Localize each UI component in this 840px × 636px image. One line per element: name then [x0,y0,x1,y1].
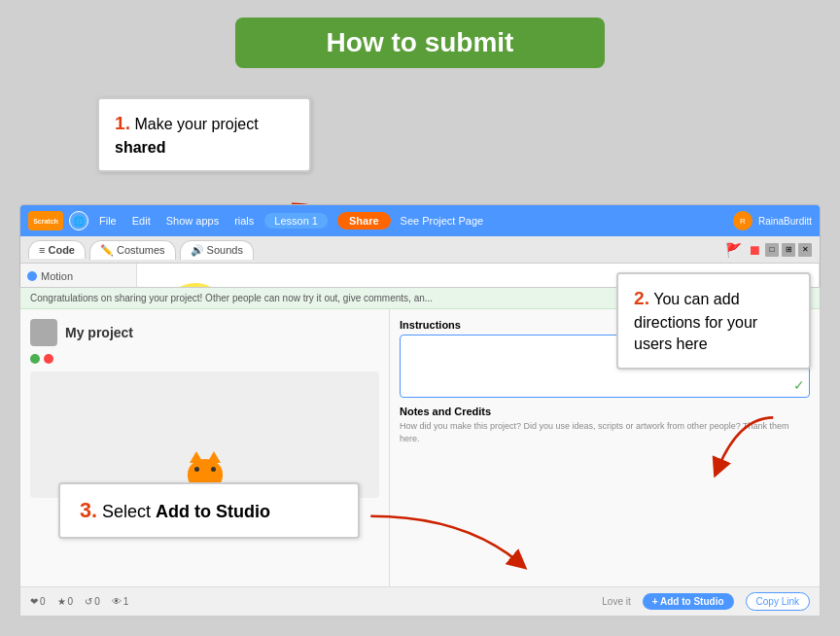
stat-stars: ★ 0 [57,596,74,607]
notes-text: How did you make this project? Did you u… [400,420,810,444]
stop-icon[interactable]: ⏹ [748,242,761,258]
username-label: RainaBurditt [758,216,812,227]
expand-icon-1[interactable]: □ [765,243,779,257]
stat-hearts: ❤ 0 [30,596,46,607]
congrats-text: Congratulations on sharing your project!… [30,293,433,303]
motion-category[interactable]: Motion [24,267,132,285]
dot-green [30,354,40,364]
check-icon: ✓ [793,377,805,393]
page-title: How to submit [284,27,556,58]
editor-tabs: ≡ Code ✏️ Costumes 🔊 Sounds 🚩 ⏹ □ ⊞ ✕ [20,236,820,264]
motion-label-text: Motion [41,270,73,282]
expand-icon-3[interactable]: ✕ [798,243,812,257]
add-to-studio-button[interactable]: + Add to Studio [643,593,734,610]
scratch-logo: Scratch [28,211,63,230]
project-avatar [30,319,57,346]
expand-icons: □ ⊞ ✕ [765,243,812,257]
motion-dot [27,271,37,281]
nav-edit[interactable]: Edit [127,213,156,229]
lesson-label: Lesson 1 [274,215,318,227]
step3-callout: 3. Select Add to Studio [58,482,360,539]
nav-file[interactable]: File [94,213,122,229]
tab-code[interactable]: ≡ Code [28,240,86,259]
cat-eye-right [211,467,216,472]
title-banner: How to submit [235,18,605,68]
step2-number: 2. [634,288,649,308]
user-avatar: R [733,211,752,230]
step1-number: 1. [115,113,130,133]
step3-bold: Add to Studio [156,502,270,521]
stat-views: 👁 1 [112,596,129,607]
project-left: My project [20,309,390,613]
nav-rials[interactable]: rials [229,213,259,229]
notes-label: Notes and Credits [400,406,810,417]
project-stats-bar: ❤ 0 ★ 0 ↺ 0 👁 1 Love it + Add to Studio … [20,586,820,616]
step2-text: You can add directions for your users he… [634,291,757,352]
project-stage [30,371,379,498]
cat-eye-left [194,467,199,472]
step1-callout: 1. Make your project shared [97,97,311,172]
cat-ear-left [190,451,203,463]
stat-remixes: ↺ 0 [85,596,100,607]
step3-text: Select [97,502,156,521]
cat-ear-right [207,451,221,463]
nav-showapps[interactable]: Show apps [161,213,224,229]
dot-red [44,354,53,364]
editor-topbar: Scratch 🌐 File Edit Show apps rials Less… [20,205,820,236]
tab-sounds[interactable]: 🔊 Sounds [180,240,254,260]
lesson-tab[interactable]: Lesson 1 [264,213,328,229]
globe-icon: 🌐 [69,211,88,230]
flag-icon[interactable]: 🚩 [725,242,742,258]
love-it-label: Love it [602,596,630,607]
expand-icon-2[interactable]: ⊞ [782,243,795,257]
step1-text: Make your project [130,116,259,132]
project-title: My project [65,325,133,340]
step1-bold: shared [115,139,165,156]
share-button[interactable]: Share [337,212,391,230]
step2-callout: 2. You can add directions for your users… [616,272,811,370]
project-title-row: My project [30,319,379,346]
see-project-link[interactable]: See Project Page [401,215,484,227]
copy-link-button[interactable]: Copy Link [746,592,810,611]
green-red-dots [30,354,379,364]
step3-number: 3. [80,498,97,522]
tab-costumes[interactable]: ✏️ Costumes [89,240,176,260]
